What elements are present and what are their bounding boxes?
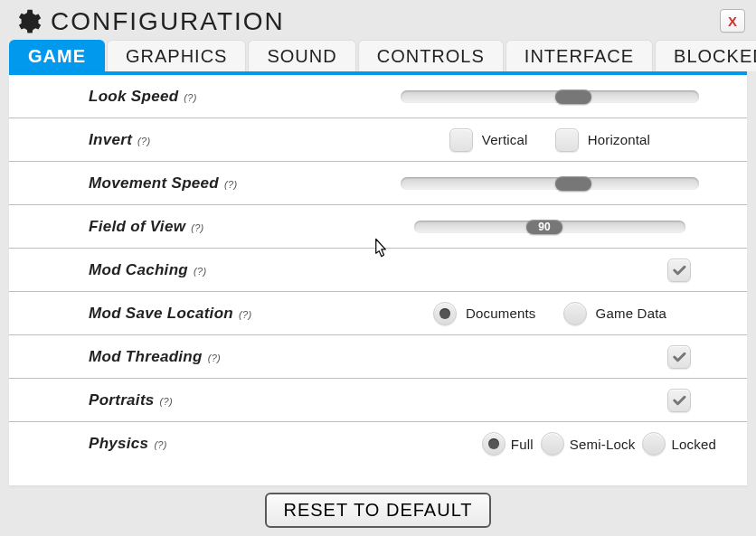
check-icon xyxy=(671,392,687,409)
invert-label: Invert xyxy=(89,131,132,149)
help-icon[interactable]: (?) xyxy=(160,396,173,407)
row-look-speed: Look Speed (?) xyxy=(9,75,747,118)
slider-thumb[interactable]: 90 xyxy=(526,220,562,234)
portraits-label: Portraits xyxy=(89,391,155,409)
mod-save-label: Mod Save Location xyxy=(89,305,233,323)
invert-vertical-label: Vertical xyxy=(482,132,528,147)
help-icon[interactable]: (?) xyxy=(224,179,237,190)
movement-speed-label: Movement Speed xyxy=(89,174,219,193)
close-button[interactable]: X xyxy=(720,9,745,33)
physics-full-label: Full xyxy=(511,437,534,452)
row-physics: Physics (?) Full Semi-Lock Locked xyxy=(9,422,747,465)
mod-threading-label: Mod Threading xyxy=(89,348,203,366)
invert-horizontal-checkbox[interactable] xyxy=(555,128,579,152)
slider-thumb[interactable] xyxy=(555,176,591,191)
fov-label: Field of View xyxy=(89,218,185,236)
settings-panel: Look Speed (?) Invert (?) Vertical Horiz… xyxy=(9,75,747,485)
row-mod-save-location: Mod Save Location (?) Documents Game Dat… xyxy=(9,292,747,335)
row-mod-threading: Mod Threading (?) xyxy=(9,335,747,379)
help-icon[interactable]: (?) xyxy=(191,222,203,233)
row-portraits: Portraits (?) xyxy=(9,379,747,422)
look-speed-slider[interactable] xyxy=(401,90,699,103)
row-movement-speed: Movement Speed (?) xyxy=(9,162,747,205)
physics-semilock-label: Semi-Lock xyxy=(570,437,636,452)
tab-blocked[interactable]: BLOCKED xyxy=(655,40,756,71)
tabs: GAME GRAPHICS SOUND CONTROLS INTERFACE B… xyxy=(0,40,756,71)
slider-thumb[interactable] xyxy=(555,89,591,104)
help-icon[interactable]: (?) xyxy=(239,309,251,320)
physics-full-radio[interactable] xyxy=(482,432,506,456)
reset-to-default-button[interactable]: RESET TO DEFAULT xyxy=(265,493,490,528)
tab-sound[interactable]: SOUND xyxy=(248,40,355,71)
tab-interface[interactable]: INTERFACE xyxy=(506,40,653,71)
tab-game[interactable]: GAME xyxy=(9,40,105,71)
help-icon[interactable]: (?) xyxy=(154,439,166,450)
fov-slider[interactable]: 90 xyxy=(414,221,685,233)
mod-caching-checkbox[interactable] xyxy=(667,259,691,282)
physics-label: Physics xyxy=(89,435,148,453)
tab-graphics[interactable]: GRAPHICS xyxy=(107,40,246,71)
gear-icon xyxy=(13,7,42,36)
check-icon xyxy=(671,262,687,278)
physics-semilock-radio[interactable] xyxy=(541,432,564,456)
portraits-checkbox[interactable] xyxy=(667,389,691,412)
mod-save-gamedata-radio[interactable] xyxy=(563,302,587,325)
check-icon xyxy=(671,349,687,365)
tab-controls[interactable]: CONTROLS xyxy=(358,40,504,71)
row-fov: Field of View (?) 90 xyxy=(9,205,747,249)
page-title: CONFIGURATION xyxy=(51,7,285,36)
movement-speed-slider[interactable] xyxy=(401,177,699,190)
invert-vertical-checkbox[interactable] xyxy=(449,128,473,152)
mod-save-gamedata-label: Game Data xyxy=(596,306,667,321)
mod-save-documents-label: Documents xyxy=(466,306,536,321)
mod-save-documents-radio[interactable] xyxy=(433,302,457,325)
physics-locked-label: Locked xyxy=(671,437,716,452)
help-icon[interactable]: (?) xyxy=(137,136,150,146)
help-icon[interactable]: (?) xyxy=(184,92,196,103)
look-speed-label: Look Speed xyxy=(89,88,178,106)
physics-locked-radio[interactable] xyxy=(642,432,666,456)
header: CONFIGURATION X xyxy=(0,0,756,40)
row-mod-caching: Mod Caching (?) xyxy=(9,249,747,292)
row-invert: Invert (?) Vertical Horizontal xyxy=(9,118,747,162)
mod-threading-checkbox[interactable] xyxy=(667,345,691,369)
mod-caching-label: Mod Caching xyxy=(89,261,188,279)
help-icon[interactable]: (?) xyxy=(208,353,221,363)
invert-horizontal-label: Horizontal xyxy=(588,132,651,147)
help-icon[interactable]: (?) xyxy=(194,266,206,277)
